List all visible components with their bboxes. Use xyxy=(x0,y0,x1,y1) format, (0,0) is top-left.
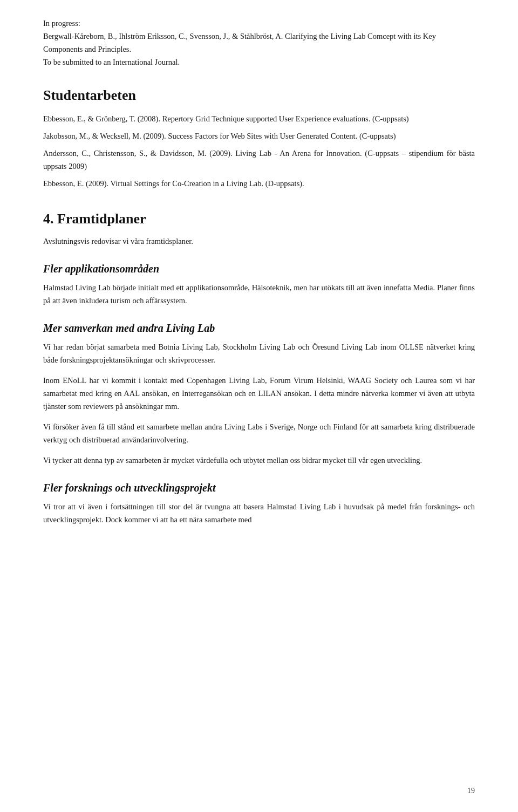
in-progress-block: In progress: Bergwall-Kåreborn, B., Ihls… xyxy=(43,17,475,69)
student-entry-4: Ebbesson, E. (2009). Virtual Settings fo… xyxy=(43,178,475,190)
in-progress-text: In progress: Bergwall-Kåreborn, B., Ihls… xyxy=(43,17,475,69)
in-progress-label: In progress: xyxy=(43,19,80,28)
section4-heading: 4. Framtidplaner xyxy=(43,208,475,230)
in-progress-subtitle: To be submitted to an International Jour… xyxy=(43,58,180,66)
section4-intro: Avslutningsvis redovisar vi våra framtid… xyxy=(43,235,475,248)
section-4: 4. Framtidplaner Avslutningsvis redovisa… xyxy=(43,208,475,527)
sub2-text2: Inom ENoLL har vi kommit i kontakt med C… xyxy=(43,374,475,413)
sub2-text4: Vi tycker att denna typ av samarbeten är… xyxy=(43,454,475,467)
sub1-heading: Fler applikationsområden xyxy=(43,260,475,277)
page-number: 19 xyxy=(467,785,475,797)
student-entry-2: Jakobsson, M., & Wecksell, M. (2009). Su… xyxy=(43,130,475,143)
sub2-text: Vi har redan börjat samarbeta med Botnia… xyxy=(43,341,475,367)
sub2-heading: Mer samverkan med andra Living Lab xyxy=(43,319,475,337)
page: In progress: Bergwall-Kåreborn, B., Ihls… xyxy=(0,0,518,812)
sub3-text: Vi tror att vi även i fortsättningen til… xyxy=(43,501,475,527)
in-progress-authors: Bergwall-Kåreborn, B., Ihlström Eriksson… xyxy=(43,32,283,40)
studentarbeten-section: Studentarbeten Ebbesson, E., & Grönberg,… xyxy=(43,84,475,190)
sub2-text3: Vi försöker även få till stånd ett samar… xyxy=(43,421,475,447)
sub1-text: Halmstad Living Lab började initialt med… xyxy=(43,282,475,308)
student-entry-1: Ebbesson, E., & Grönberg, T. (2008). Rep… xyxy=(43,113,475,126)
sub3-heading: Fler forsknings och utvecklingsprojekt xyxy=(43,479,475,496)
student-entry-3: Andersson, C., Christensson, S., & David… xyxy=(43,147,475,173)
studentarbeten-heading: Studentarbeten xyxy=(43,84,475,107)
